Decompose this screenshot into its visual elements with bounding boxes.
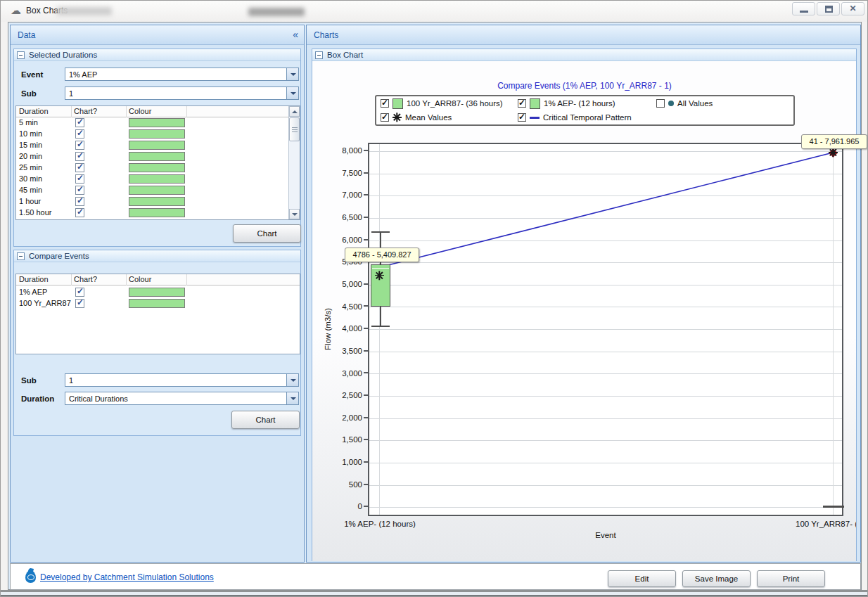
chevron-down-icon[interactable] (286, 374, 298, 386)
col-duration: Duration (19, 107, 49, 115)
collapse-group-icon[interactable] (17, 252, 25, 260)
chart-checkbox[interactable] (75, 152, 84, 161)
scroll-down-icon[interactable] (289, 209, 300, 219)
collapse-panel-icon[interactable]: « (293, 29, 298, 40)
collapse-group-icon[interactable] (315, 51, 323, 59)
sub-combobox-compare[interactable]: 1 (65, 373, 299, 387)
box-chart-title: Box Chart (327, 51, 363, 59)
scrollbar-thumb[interactable] (289, 117, 300, 141)
duration-cell: 25 min (19, 163, 42, 172)
compare-events-header: Compare Events (14, 250, 300, 262)
legend-checkbox[interactable] (656, 99, 665, 108)
colour-swatch[interactable] (129, 208, 185, 217)
chevron-down-icon[interactable] (286, 68, 298, 80)
water-drop-logo-icon (25, 570, 36, 583)
legend-checkbox[interactable] (518, 113, 526, 122)
event-combobox[interactable]: 1% AEP (65, 68, 299, 81)
chart-button-compare[interactable]: Chart (231, 411, 300, 429)
chart-checkbox[interactable] (75, 118, 84, 127)
compare-events-title: Compare Events (29, 252, 89, 260)
chart-checkbox[interactable] (75, 208, 84, 217)
chart-checkbox[interactable] (75, 186, 84, 195)
selected-durations-header: Selected Durations (14, 49, 300, 61)
y-tick: 500 (327, 480, 362, 489)
durations-table-header: Duration Chart? Colour (16, 106, 300, 117)
green-box-marker-icon (530, 98, 540, 109)
redacted-text (57, 7, 112, 15)
save-image-button[interactable]: Save Image (682, 570, 751, 587)
colour-swatch[interactable] (129, 163, 185, 172)
box-chart-group-header: Box Chart (312, 49, 856, 61)
developer-link[interactable]: Developed by Catchment Simulation Soluti… (40, 572, 214, 582)
colour-swatch[interactable] (129, 141, 185, 150)
chart-button-durations[interactable]: Chart (233, 224, 301, 243)
y-tick: 1,000 (327, 458, 362, 466)
maximize-icon (825, 6, 833, 13)
chart-checkbox[interactable] (75, 174, 84, 184)
chart-checkbox[interactable] (75, 163, 84, 172)
colour-swatch[interactable] (129, 299, 185, 308)
edit-button[interactable]: Edit (608, 570, 676, 587)
y-tick: 8,000 (327, 146, 362, 155)
legend-checkbox[interactable] (381, 99, 389, 108)
chart-checkbox[interactable] (75, 288, 84, 297)
durations-table: Duration Chart? Colour 5 min 10 min 15 m… (15, 105, 300, 220)
table-row: 1% AEP (16, 287, 300, 298)
titlebar: ☁ Box Charts ✕ (1, 1, 868, 22)
colour-swatch[interactable] (129, 174, 185, 184)
table-row: 1 hour (16, 196, 300, 207)
table-row: 10 min (16, 129, 300, 140)
mean-value-marker-icon (375, 271, 384, 280)
table-row: 15 min (16, 140, 300, 151)
duration-combobox[interactable]: Critical Durations (65, 392, 299, 405)
close-icon: ✕ (842, 4, 864, 13)
event-label: Event (21, 70, 43, 79)
median-line (372, 268, 389, 269)
col-chart: Chart? (74, 107, 97, 115)
colour-swatch[interactable] (129, 118, 185, 127)
data-panel: Data « Selected Durations Event 1% AEP S… (10, 25, 305, 563)
chart-checkbox[interactable] (75, 299, 84, 308)
legend-label: Critical Temporal Pattern (543, 113, 632, 122)
legend-checkbox[interactable] (518, 99, 526, 108)
scroll-up-icon[interactable] (289, 106, 300, 117)
chevron-down-icon[interactable] (286, 87, 298, 99)
legend-item: Critical Temporal Pattern (518, 112, 632, 123)
sub-combobox[interactable]: 1 (65, 86, 299, 100)
duration-cell: 10 min (19, 129, 42, 138)
chart-checkbox[interactable] (75, 197, 84, 206)
y-tick: 2,000 (327, 413, 362, 422)
colour-swatch[interactable] (129, 129, 185, 139)
colour-swatch[interactable] (129, 152, 185, 161)
collapse-group-icon[interactable] (17, 51, 25, 59)
colour-swatch[interactable] (129, 288, 185, 297)
app-cloud-icon: ☁ (11, 4, 21, 17)
legend-label: Mean Values (405, 113, 452, 122)
chart-checkbox[interactable] (75, 141, 84, 150)
column-separator (126, 274, 127, 285)
critical-pattern-point-marker (828, 148, 838, 158)
sub-value: 1 (69, 376, 73, 385)
minimize-button[interactable] (792, 2, 815, 15)
duration-cell: 1.50 hour (19, 208, 51, 217)
colour-swatch[interactable] (129, 197, 185, 206)
maximize-button[interactable] (817, 2, 840, 15)
redacted-text (248, 8, 305, 16)
col-colour: Colour (129, 107, 151, 115)
box-100yr-line (823, 506, 844, 508)
y-tick: 6,500 (327, 213, 362, 222)
legend-checkbox[interactable] (381, 113, 389, 122)
data-panel-header: Data « (11, 25, 304, 45)
close-button[interactable]: ✕ (841, 2, 864, 15)
chart-title: Compare Events (1% AEP, 100 Yr_ARR87 - 1… (374, 81, 796, 91)
table-row: 5 min (16, 117, 300, 129)
colour-swatch[interactable] (129, 186, 185, 195)
vertical-scrollbar[interactable] (288, 106, 300, 219)
selected-durations-title: Selected Durations (29, 51, 97, 59)
chevron-down-icon[interactable] (286, 392, 298, 404)
charts-panel: Charts Box Chart Compare Events (1% AEP,… (306, 25, 861, 563)
print-button[interactable]: Print (757, 570, 825, 587)
chart-checkbox[interactable] (75, 129, 84, 139)
y-tick: 4,500 (327, 302, 362, 311)
tooltip-left: 4786 - 5,409.827 (345, 248, 419, 262)
